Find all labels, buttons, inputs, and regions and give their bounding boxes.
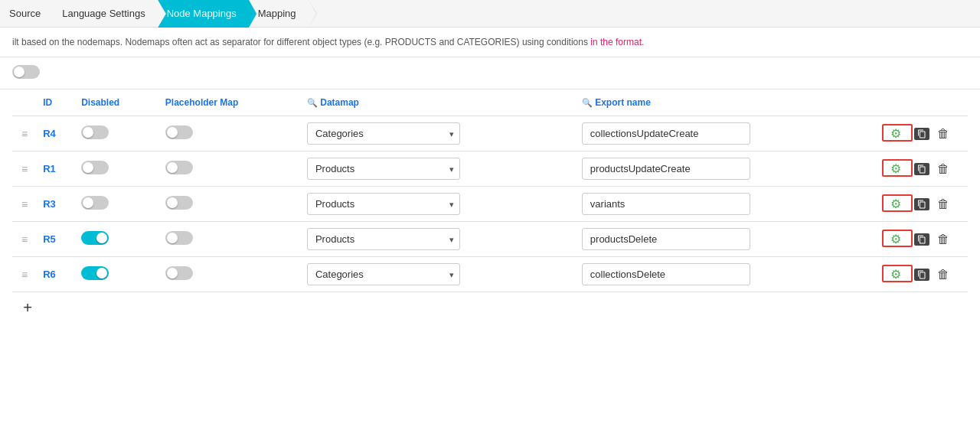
col-drag	[12, 90, 37, 116]
table-row: ≡R4CategoriesProducts▾ ⚙ 🗑	[12, 116, 968, 151]
toggle-knob	[167, 268, 178, 279]
actions-cell: ⚙	[882, 159, 913, 177]
toggle-knob	[96, 268, 107, 279]
toggle-knob	[167, 162, 178, 173]
drag-handle[interactable]: ≡	[18, 233, 31, 246]
actions-cell: ⚙	[882, 194, 913, 212]
export-name-input[interactable]	[582, 122, 750, 145]
breadcrumb: Source Language Settings Node Mappings M…	[0, 0, 980, 28]
row-id: R6	[43, 269, 56, 280]
row-id: R3	[43, 198, 56, 210]
breadcrumb-item-language-settings[interactable]: Language Settings	[53, 0, 157, 28]
search-icon-datamap: 🔍	[307, 98, 318, 107]
datamap-select[interactable]: CategoriesProducts	[307, 193, 460, 215]
actions-cell: ⚙	[882, 230, 913, 247]
col-actions	[876, 90, 968, 116]
copy-icon	[917, 270, 926, 279]
export-name-input[interactable]	[582, 193, 750, 215]
toggle-knob	[96, 233, 107, 243]
info-bar: ilt based on the nodemaps. Nodemaps ofte…	[0, 28, 980, 57]
table-row: ≡R3CategoriesProducts▾ ⚙ 🗑	[12, 187, 968, 222]
col-datamap: 🔍 Datamap	[301, 90, 576, 116]
copy-icon	[917, 235, 926, 244]
datamap-select-wrapper: CategoriesProducts▾	[307, 228, 460, 250]
global-toggle[interactable]	[12, 65, 40, 79]
toggle-knob	[83, 162, 93, 173]
datamap-select-wrapper: CategoriesProducts▾	[307, 263, 460, 285]
datamap-select[interactable]: CategoriesProducts	[307, 263, 460, 285]
row-id: R4	[43, 128, 56, 139]
toggle-knob	[167, 127, 178, 138]
drag-handle[interactable]: ≡	[18, 269, 31, 281]
delete-button[interactable]: 🗑	[933, 194, 953, 214]
breadcrumb-item-node-mappings[interactable]: Node Mappings	[158, 0, 249, 28]
node-mappings-table: ID Disabled Placeholder Map 🔍 Datamap 🔍 …	[12, 90, 968, 292]
datamap-select[interactable]: CategoriesProducts	[307, 122, 460, 145]
toggle-knob	[167, 197, 178, 208]
delete-button[interactable]: 🗑	[933, 124, 953, 144]
table-row: ≡R5CategoriesProducts▾ ⚙ 🗑	[12, 222, 968, 257]
col-disabled: Disabled	[75, 90, 159, 116]
placeholder-toggle[interactable]	[165, 196, 193, 210]
datamap-select[interactable]: CategoriesProducts	[307, 158, 460, 180]
disabled-toggle[interactable]	[81, 125, 109, 139]
table-header-row: ID Disabled Placeholder Map 🔍 Datamap 🔍 …	[12, 90, 968, 116]
table-container: ID Disabled Placeholder Map 🔍 Datamap 🔍 …	[0, 90, 980, 323]
drag-handle[interactable]: ≡	[18, 163, 31, 175]
copy-button[interactable]	[914, 163, 929, 175]
drag-handle[interactable]: ≡	[18, 198, 31, 210]
row-id: R1	[43, 163, 56, 174]
toggle-bar	[0, 57, 980, 90]
placeholder-toggle[interactable]	[165, 231, 193, 245]
format-link[interactable]: in the format.	[590, 37, 644, 47]
delete-button[interactable]: 🗑	[933, 265, 953, 285]
export-name-input[interactable]	[582, 263, 750, 285]
copy-icon	[917, 165, 926, 174]
datamap-select-wrapper: CategoriesProducts▾	[307, 158, 460, 180]
copy-icon	[917, 129, 926, 138]
placeholder-toggle[interactable]	[165, 266, 193, 280]
copy-icon	[917, 200, 926, 209]
copy-button[interactable]	[914, 233, 929, 246]
breadcrumb-item-mapping[interactable]: Mapping	[249, 0, 309, 28]
copy-button[interactable]	[914, 269, 929, 281]
add-row-button[interactable]: +	[18, 298, 37, 317]
gear-button[interactable]: ⚙	[887, 194, 905, 214]
export-name-input[interactable]	[582, 158, 750, 180]
toggle-knob	[14, 67, 24, 77]
gear-button[interactable]: ⚙	[887, 229, 905, 249]
disabled-toggle[interactable]	[81, 196, 109, 210]
copy-button[interactable]	[914, 128, 929, 140]
actions-cell: ⚙	[882, 124, 913, 142]
toggle-knob	[83, 127, 93, 138]
table-row: ≡R6CategoriesProducts▾ ⚙ 🗑	[12, 257, 968, 292]
table-row: ≡R1CategoriesProducts▾ ⚙ 🗑	[12, 151, 968, 187]
col-id: ID	[37, 90, 75, 116]
placeholder-toggle[interactable]	[165, 125, 193, 139]
disabled-toggle[interactable]	[81, 161, 109, 174]
datamap-select-wrapper: CategoriesProducts▾	[307, 122, 460, 145]
breadcrumb-item-source[interactable]: Source	[0, 0, 53, 28]
disabled-toggle[interactable]	[81, 231, 109, 245]
copy-button[interactable]	[914, 198, 929, 210]
search-icon-export: 🔍	[582, 98, 593, 107]
drag-handle[interactable]: ≡	[18, 128, 31, 140]
toggle-knob	[83, 197, 93, 208]
placeholder-toggle[interactable]	[165, 161, 193, 174]
gear-button[interactable]: ⚙	[887, 158, 905, 179]
col-placeholder-map: Placeholder Map	[159, 90, 301, 116]
table-body: ≡R4CategoriesProducts▾ ⚙ 🗑≡R1CategoriesP…	[12, 116, 968, 292]
actions-cell: ⚙	[882, 265, 913, 282]
toggle-knob	[167, 233, 178, 243]
row-id: R5	[43, 233, 56, 245]
delete-button[interactable]: 🗑	[933, 230, 953, 249]
gear-button[interactable]: ⚙	[887, 264, 905, 285]
delete-button[interactable]: 🗑	[933, 159, 953, 179]
gear-button[interactable]: ⚙	[887, 123, 905, 144]
datamap-select-wrapper: CategoriesProducts▾	[307, 193, 460, 215]
export-name-input[interactable]	[582, 228, 750, 250]
datamap-select[interactable]: CategoriesProducts	[307, 228, 460, 250]
col-export-name: 🔍 Export name	[576, 90, 876, 116]
disabled-toggle[interactable]	[81, 266, 109, 280]
